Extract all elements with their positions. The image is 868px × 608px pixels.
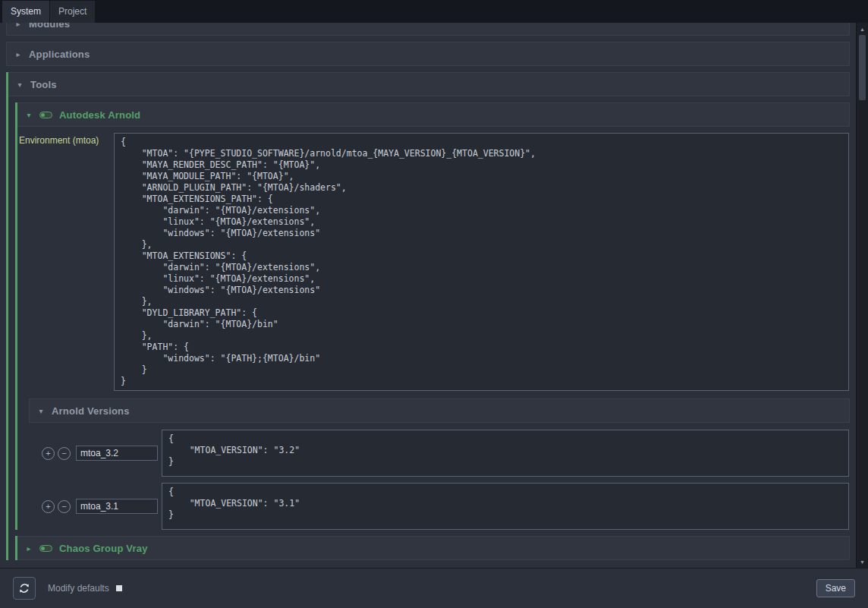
add-version-button[interactable]: + [42, 500, 55, 513]
environment-field-row: Environment (mtoa) { "MTOA": "{PYPE_STUD… [19, 133, 849, 391]
chevron-down-icon: ▾ [37, 407, 45, 415]
toggle-icon[interactable] [39, 545, 52, 552]
section-label-applications: Applications [29, 49, 90, 60]
version-key-input[interactable] [76, 499, 158, 514]
chevron-right-icon: ▸ [14, 50, 22, 58]
group-header-chaos-group-vray[interactable]: ▸ Chaos Group Vray [17, 536, 850, 560]
refresh-button[interactable] [13, 577, 36, 600]
group-header-arnold-versions[interactable]: ▾ Arnold Versions [29, 399, 850, 423]
toggle-icon[interactable] [39, 112, 52, 118]
version-row: + − { "MTOA_VERSION": "3.1" } [42, 483, 849, 530]
toggle-knob [41, 547, 45, 550]
section-header-applications[interactable]: ▸ Applications [6, 42, 850, 66]
chevron-down-icon: ▾ [25, 111, 33, 119]
chevron-down-icon: ▾ [16, 80, 24, 89]
group-label-arnold-versions: Arnold Versions [52, 405, 130, 417]
section-header-tools[interactable]: ▾ Tools [8, 72, 850, 96]
version-key-input[interactable] [76, 446, 158, 461]
modify-defaults-indicator[interactable] [116, 585, 122, 591]
modify-defaults-label: Modify defaults [48, 583, 109, 594]
chevron-right-icon: ▸ [25, 544, 33, 553]
section-tools: ▾ Tools ▾ Autodesk Arnold Environment (m… [6, 72, 850, 560]
environment-label: Environment (mtoa) [19, 133, 111, 146]
scroll-down-button[interactable]: ▼ [857, 556, 868, 567]
section-header-modules[interactable]: ▸ Modules [6, 23, 850, 36]
remove-version-button[interactable]: − [58, 500, 71, 513]
version-value-editor[interactable]: { "MTOA_VERSION": "3.1" } [162, 483, 849, 530]
environment-editor[interactable]: { "MTOA": "{PYPE_STUDIO_SOFTWARE}/arnold… [114, 133, 849, 391]
chevron-right-icon: ▸ [14, 23, 22, 28]
tab-system[interactable]: System [2, 1, 49, 23]
settings-window: System Project ▸ Modules ▸ Applications … [0, 0, 868, 608]
scrollbar-thumb[interactable] [859, 35, 866, 100]
section-label-tools: Tools [30, 79, 57, 90]
refresh-icon [18, 582, 30, 594]
group-chaos-group-vray: ▸ Chaos Group Vray [15, 536, 850, 560]
tab-bar: System Project [0, 0, 868, 23]
group-label-autodesk-arnold: Autodesk Arnold [59, 109, 140, 121]
tab-project[interactable]: Project [50, 1, 95, 23]
vertical-scrollbar[interactable]: ▲ ▼ [856, 23, 868, 568]
add-version-button[interactable]: + [42, 447, 55, 460]
group-header-autodesk-arnold[interactable]: ▾ Autodesk Arnold [17, 102, 850, 127]
scroll-up-icon: ▲ [860, 27, 865, 32]
footer-bar: Modify defaults Save [0, 568, 868, 608]
save-button[interactable]: Save [816, 579, 855, 597]
scroll-up-button[interactable]: ▲ [857, 24, 868, 34]
group-label-chaos-group-vray: Chaos Group Vray [59, 543, 148, 554]
arnold-versions-group: ▾ Arnold Versions + − { "MTOA_VERSION": … [29, 399, 850, 530]
group-autodesk-arnold: ▾ Autodesk Arnold Environment (mtoa) { "… [15, 102, 850, 530]
settings-scroll-area: ▸ Modules ▸ Applications ▾ Tools ▾ Autod… [0, 23, 856, 568]
version-row: + − { "MTOA_VERSION": "3.2" } [42, 430, 849, 477]
section-label-modules: Modules [29, 23, 70, 30]
toggle-knob [41, 113, 45, 117]
scroll-down-icon: ▼ [860, 559, 865, 565]
version-value-editor[interactable]: { "MTOA_VERSION": "3.2" } [162, 430, 849, 477]
remove-version-button[interactable]: − [58, 447, 71, 460]
